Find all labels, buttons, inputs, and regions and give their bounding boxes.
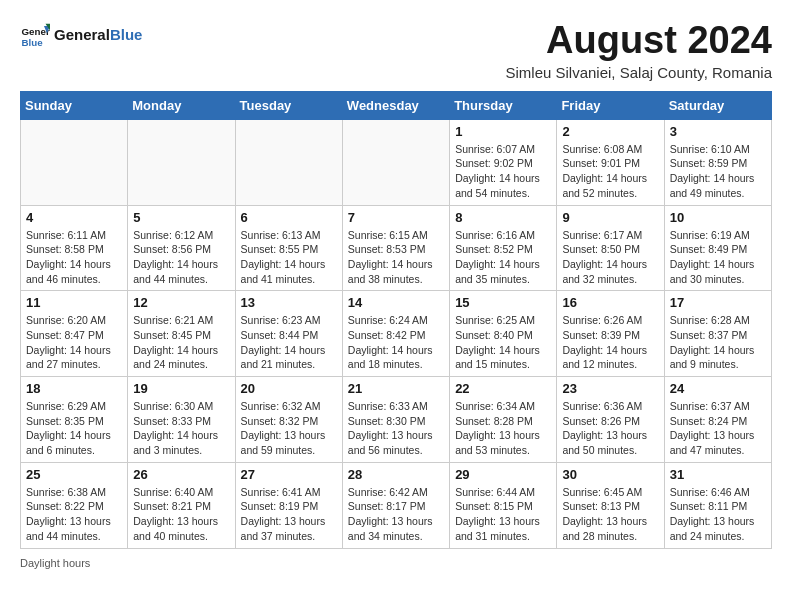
calendar-cell: 3Sunrise: 6:10 AM Sunset: 8:59 PM Daylig… [664, 119, 771, 205]
calendar-cell: 15Sunrise: 6:25 AM Sunset: 8:40 PM Dayli… [450, 291, 557, 377]
calendar-cell: 29Sunrise: 6:44 AM Sunset: 8:15 PM Dayli… [450, 462, 557, 548]
day-number: 5 [133, 210, 229, 225]
day-info: Sunrise: 6:15 AM Sunset: 8:53 PM Dayligh… [348, 228, 444, 287]
calendar-header-row: SundayMondayTuesdayWednesdayThursdayFrid… [21, 91, 772, 119]
day-number: 29 [455, 467, 551, 482]
day-info: Sunrise: 6:10 AM Sunset: 8:59 PM Dayligh… [670, 142, 766, 201]
calendar-cell: 30Sunrise: 6:45 AM Sunset: 8:13 PM Dayli… [557, 462, 664, 548]
day-info: Sunrise: 6:12 AM Sunset: 8:56 PM Dayligh… [133, 228, 229, 287]
calendar-cell [128, 119, 235, 205]
day-number: 18 [26, 381, 122, 396]
day-number: 23 [562, 381, 658, 396]
day-info: Sunrise: 6:19 AM Sunset: 8:49 PM Dayligh… [670, 228, 766, 287]
day-info: Sunrise: 6:44 AM Sunset: 8:15 PM Dayligh… [455, 485, 551, 544]
location-subtitle: Simleu Silvaniei, Salaj County, Romania [505, 64, 772, 81]
day-info: Sunrise: 6:24 AM Sunset: 8:42 PM Dayligh… [348, 313, 444, 372]
calendar-cell [235, 119, 342, 205]
day-number: 30 [562, 467, 658, 482]
calendar-cell: 9Sunrise: 6:17 AM Sunset: 8:50 PM Daylig… [557, 205, 664, 291]
calendar-cell: 19Sunrise: 6:30 AM Sunset: 8:33 PM Dayli… [128, 377, 235, 463]
logo: General Blue GeneralBlue [20, 20, 142, 50]
day-number: 11 [26, 295, 122, 310]
day-number: 28 [348, 467, 444, 482]
day-info: Sunrise: 6:36 AM Sunset: 8:26 PM Dayligh… [562, 399, 658, 458]
day-info: Sunrise: 6:32 AM Sunset: 8:32 PM Dayligh… [241, 399, 337, 458]
day-info: Sunrise: 6:26 AM Sunset: 8:39 PM Dayligh… [562, 313, 658, 372]
day-info: Sunrise: 6:07 AM Sunset: 9:02 PM Dayligh… [455, 142, 551, 201]
calendar-cell: 22Sunrise: 6:34 AM Sunset: 8:28 PM Dayli… [450, 377, 557, 463]
calendar-cell: 26Sunrise: 6:40 AM Sunset: 8:21 PM Dayli… [128, 462, 235, 548]
day-number: 2 [562, 124, 658, 139]
calendar-cell: 24Sunrise: 6:37 AM Sunset: 8:24 PM Dayli… [664, 377, 771, 463]
calendar-cell: 4Sunrise: 6:11 AM Sunset: 8:58 PM Daylig… [21, 205, 128, 291]
title-area: August 2024 Simleu Silvaniei, Salaj Coun… [505, 20, 772, 81]
day-number: 7 [348, 210, 444, 225]
day-info: Sunrise: 6:08 AM Sunset: 9:01 PM Dayligh… [562, 142, 658, 201]
calendar-week-row: 18Sunrise: 6:29 AM Sunset: 8:35 PM Dayli… [21, 377, 772, 463]
day-info: Sunrise: 6:13 AM Sunset: 8:55 PM Dayligh… [241, 228, 337, 287]
day-number: 21 [348, 381, 444, 396]
day-number: 19 [133, 381, 229, 396]
day-info: Sunrise: 6:20 AM Sunset: 8:47 PM Dayligh… [26, 313, 122, 372]
day-info: Sunrise: 6:23 AM Sunset: 8:44 PM Dayligh… [241, 313, 337, 372]
day-number: 12 [133, 295, 229, 310]
day-info: Sunrise: 6:16 AM Sunset: 8:52 PM Dayligh… [455, 228, 551, 287]
day-number: 27 [241, 467, 337, 482]
calendar-cell: 11Sunrise: 6:20 AM Sunset: 8:47 PM Dayli… [21, 291, 128, 377]
calendar-cell: 2Sunrise: 6:08 AM Sunset: 9:01 PM Daylig… [557, 119, 664, 205]
calendar-cell [342, 119, 449, 205]
day-info: Sunrise: 6:42 AM Sunset: 8:17 PM Dayligh… [348, 485, 444, 544]
day-info: Sunrise: 6:37 AM Sunset: 8:24 PM Dayligh… [670, 399, 766, 458]
calendar-cell: 10Sunrise: 6:19 AM Sunset: 8:49 PM Dayli… [664, 205, 771, 291]
day-info: Sunrise: 6:40 AM Sunset: 8:21 PM Dayligh… [133, 485, 229, 544]
calendar-header-monday: Monday [128, 91, 235, 119]
day-number: 10 [670, 210, 766, 225]
day-number: 1 [455, 124, 551, 139]
calendar-cell: 12Sunrise: 6:21 AM Sunset: 8:45 PM Dayli… [128, 291, 235, 377]
calendar-header-sunday: Sunday [21, 91, 128, 119]
day-info: Sunrise: 6:25 AM Sunset: 8:40 PM Dayligh… [455, 313, 551, 372]
day-number: 16 [562, 295, 658, 310]
calendar: SundayMondayTuesdayWednesdayThursdayFrid… [20, 91, 772, 549]
day-info: Sunrise: 6:29 AM Sunset: 8:35 PM Dayligh… [26, 399, 122, 458]
day-info: Sunrise: 6:28 AM Sunset: 8:37 PM Dayligh… [670, 313, 766, 372]
calendar-header-tuesday: Tuesday [235, 91, 342, 119]
day-number: 26 [133, 467, 229, 482]
day-number: 9 [562, 210, 658, 225]
day-number: 8 [455, 210, 551, 225]
calendar-cell: 17Sunrise: 6:28 AM Sunset: 8:37 PM Dayli… [664, 291, 771, 377]
day-number: 13 [241, 295, 337, 310]
day-info: Sunrise: 6:34 AM Sunset: 8:28 PM Dayligh… [455, 399, 551, 458]
day-info: Sunrise: 6:33 AM Sunset: 8:30 PM Dayligh… [348, 399, 444, 458]
day-number: 6 [241, 210, 337, 225]
day-info: Sunrise: 6:38 AM Sunset: 8:22 PM Dayligh… [26, 485, 122, 544]
calendar-cell: 5Sunrise: 6:12 AM Sunset: 8:56 PM Daylig… [128, 205, 235, 291]
calendar-cell: 16Sunrise: 6:26 AM Sunset: 8:39 PM Dayli… [557, 291, 664, 377]
day-info: Sunrise: 6:30 AM Sunset: 8:33 PM Dayligh… [133, 399, 229, 458]
calendar-week-row: 4Sunrise: 6:11 AM Sunset: 8:58 PM Daylig… [21, 205, 772, 291]
logo-blue: Blue [110, 26, 143, 43]
day-number: 31 [670, 467, 766, 482]
calendar-header-saturday: Saturday [664, 91, 771, 119]
calendar-header-thursday: Thursday [450, 91, 557, 119]
day-number: 4 [26, 210, 122, 225]
day-info: Sunrise: 6:41 AM Sunset: 8:19 PM Dayligh… [241, 485, 337, 544]
calendar-week-row: 11Sunrise: 6:20 AM Sunset: 8:47 PM Dayli… [21, 291, 772, 377]
calendar-header-wednesday: Wednesday [342, 91, 449, 119]
calendar-cell: 27Sunrise: 6:41 AM Sunset: 8:19 PM Dayli… [235, 462, 342, 548]
footer-note: Daylight hours [20, 557, 772, 569]
day-number: 17 [670, 295, 766, 310]
logo-icon: General Blue [20, 20, 50, 50]
day-number: 25 [26, 467, 122, 482]
day-number: 3 [670, 124, 766, 139]
calendar-cell: 13Sunrise: 6:23 AM Sunset: 8:44 PM Dayli… [235, 291, 342, 377]
calendar-cell: 25Sunrise: 6:38 AM Sunset: 8:22 PM Dayli… [21, 462, 128, 548]
calendar-cell: 21Sunrise: 6:33 AM Sunset: 8:30 PM Dayli… [342, 377, 449, 463]
svg-text:Blue: Blue [22, 37, 44, 48]
logo-general: General [54, 26, 110, 43]
day-info: Sunrise: 6:17 AM Sunset: 8:50 PM Dayligh… [562, 228, 658, 287]
day-number: 14 [348, 295, 444, 310]
calendar-cell: 28Sunrise: 6:42 AM Sunset: 8:17 PM Dayli… [342, 462, 449, 548]
calendar-cell: 20Sunrise: 6:32 AM Sunset: 8:32 PM Dayli… [235, 377, 342, 463]
calendar-cell: 7Sunrise: 6:15 AM Sunset: 8:53 PM Daylig… [342, 205, 449, 291]
